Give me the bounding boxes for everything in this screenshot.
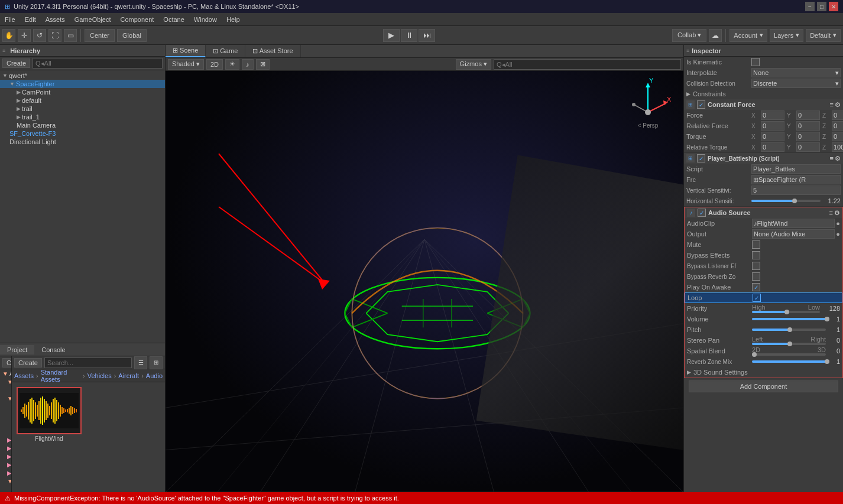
cloud-button[interactable]: ☁ [709,29,722,42]
constant-force-header[interactable]: ⊞ Constant Force ≡ ⚙ [684,99,843,110]
is-kinematic-checkbox[interactable] [751,58,760,66]
volume-thumb[interactable] [825,317,829,321]
play-on-awake-checkbox[interactable] [752,283,760,291]
audioclip-value[interactable]: ♪ FlightWind [752,219,835,228]
horiz-slider-thumb[interactable] [792,199,797,203]
spatial-slider-track[interactable] [752,353,826,356]
torque-x-input[interactable] [761,132,784,141]
pitch-thumb[interactable] [787,327,792,332]
project-icon-btn-1[interactable]: ☰ [134,356,147,369]
ps-gear-icon[interactable]: ⚙ [835,155,841,162]
bypass-listener-checkbox[interactable] [752,262,760,270]
gizmos-btn[interactable]: Gizmos ▾ [456,59,491,70]
project-main-create[interactable]: Create [14,358,42,368]
audioclip-dot[interactable]: ● [836,220,840,227]
tree-item-standard[interactable]: ▶ Standard [0,469,11,477]
default-dropdown[interactable]: Default ▾ [806,29,841,42]
layers-dropdown[interactable]: Layers ▾ [770,29,803,42]
output-value[interactable]: None (Audio Mixe [752,229,835,239]
stereo-slider-track[interactable] [752,343,826,345]
hierarchy-item-spacefighter[interactable]: ▼ SpaceFighter [0,80,165,88]
audio-source-header[interactable]: ♪ Audio Source ≡ ⚙ [685,207,842,218]
tree-item-vehicles[interactable]: ▼ Vehicles [0,477,11,485]
script-value[interactable]: Player_Battles [751,164,841,174]
script-enable[interactable] [697,154,705,162]
game-tab[interactable]: ⊡ Game [206,45,245,57]
tree-item-prefab[interactable]: ▶ Prefab [0,419,12,427]
pause-button[interactable]: ⏸ [401,29,417,42]
hierarchy-search-input[interactable] [33,58,163,69]
maximize-button[interactable]: □ [817,2,826,11]
breadcrumb-assets[interactable]: Assets [14,372,34,379]
torque-z-input[interactable] [832,132,843,141]
tree-item-scripts[interactable]: ▶ Scripts [0,427,12,435]
ps-settings-icon[interactable]: ≡ [830,155,834,162]
player-script-header[interactable]: ⊞ Player_Battleship (Script) ≡ ⚙ [684,153,843,164]
tree-item-vari[interactable]: ▶ Vari [0,386,12,394]
rect-tool-button[interactable]: ▭ [64,29,77,42]
horiz-slider-track[interactable] [751,200,821,202]
force-z-input[interactable] [832,110,843,120]
reverb-thumb[interactable] [825,359,829,364]
tree-item-aircr[interactable]: ▶ Aircr [0,485,12,492]
loop-checkbox[interactable] [753,294,761,302]
hierarchy-item-trail1[interactable]: ▶ trail_1 [0,113,165,121]
scene-tab[interactable]: ⊞ Scene [166,45,206,57]
tree-item-hudsp[interactable]: ▶ HudSp [0,411,12,419]
menu-component[interactable]: Component [115,15,158,24]
audio-enable[interactable] [698,209,706,217]
mute-checkbox[interactable] [752,240,760,249]
console-tab[interactable]: Console [34,345,72,355]
cf-gear-icon[interactable]: ⚙ [835,101,841,109]
scene-search[interactable] [494,59,681,70]
project-icon-btn-2[interactable]: ⊞ [150,356,163,369]
scene-viewport[interactable]: Y X < Persp [166,71,683,492]
step-button[interactable]: ⏭ [419,29,435,42]
breadcrumb-standard[interactable]: Standard Assets [41,369,80,383]
pitch-slider-track[interactable] [752,329,826,331]
audio-button[interactable]: ♪ [242,59,254,70]
add-component-button[interactable]: Add Component [689,381,838,392]
menu-gameobject[interactable]: GameObject [70,15,116,24]
menu-file[interactable]: File [0,15,20,24]
menu-edit[interactable]: Edit [20,15,41,24]
reltorque-z-input[interactable] [832,142,843,152]
force-y-input[interactable] [796,110,820,120]
project-search-input[interactable] [44,357,132,368]
reverb-slider-track[interactable] [752,360,826,363]
close-button[interactable]: ✕ [829,2,838,11]
hierarchy-item-trail[interactable]: ▶ trail [0,105,165,113]
mode-2d[interactable]: 2D [206,59,223,70]
relforce-x-input[interactable] [761,121,784,131]
hand-tool-button[interactable]: ✋ [2,29,15,42]
frc-value[interactable]: ⊞ SpaceFighter (R [751,175,841,184]
hierarchy-item-dirlight[interactable]: Directional Light [0,138,165,146]
hierarchy-item-campoint[interactable]: ▶ CamPoint [0,88,165,96]
tree-item-absolute[interactable]: ▼ Absolute [0,369,11,378]
play-button[interactable]: ▶ [383,29,400,42]
tree-item-preper[interactable]: ▼ Preper [0,378,11,386]
menu-help[interactable]: Help [222,15,245,24]
bypass-reverb-checkbox[interactable] [752,272,760,281]
tree-item-materials[interactable]: ▶ Materials [0,435,11,444]
priority-slider-track[interactable] [752,311,820,313]
breadcrumb-aircraft[interactable]: Aircraft [118,372,139,379]
scale-tool-button[interactable]: ⛶ [48,29,61,42]
account-dropdown[interactable]: Account ▾ [729,29,767,42]
menu-octane[interactable]: Octane [158,15,189,24]
reltorque-y-input[interactable] [796,142,820,152]
tree-item-customr[interactable]: ▼ CustomR [0,394,11,402]
spatial-thumb[interactable] [752,352,757,357]
shading-dropdown[interactable]: Shaded ▾ [168,59,204,70]
torque-y-input[interactable] [796,132,820,141]
sound-settings-collapse[interactable]: ▶ [687,369,691,375]
hierarchy-item-maincamera[interactable]: Main Camera [0,121,165,129]
minimize-button[interactable]: − [805,2,815,11]
force-x-input[interactable] [761,110,784,120]
menu-window[interactable]: Window [189,15,222,24]
tree-item-milkyway[interactable]: ▶ MilkyWay [0,444,11,452]
effects-button[interactable]: ⊠ [256,59,270,70]
hierarchy-item-qwert[interactable]: ▼ qwert* [0,71,165,80]
output-dot[interactable]: ● [836,230,840,238]
breadcrumb-vehicles[interactable]: Vehicles [87,372,112,379]
